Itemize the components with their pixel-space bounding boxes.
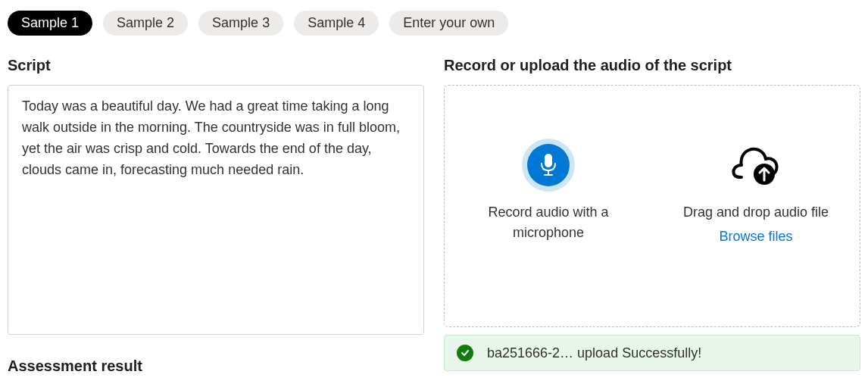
tab-sample-3[interactable]: Sample 3 <box>198 11 283 36</box>
assessment-heading: Assessment result <box>8 357 424 375</box>
tab-enter-own[interactable]: Enter your own <box>389 11 508 36</box>
script-heading: Script <box>8 57 424 74</box>
main-columns: Script Assessment result Record or uploa… <box>8 57 860 384</box>
sample-tabs: Sample 1 Sample 2 Sample 3 Sample 4 Ente… <box>8 11 860 36</box>
check-icon <box>457 345 473 361</box>
upload-column: Record or upload the audio of the script… <box>444 57 860 384</box>
script-column: Script Assessment result <box>8 57 424 384</box>
tab-sample-4[interactable]: Sample 4 <box>294 11 379 36</box>
cloud-upload-icon <box>729 139 782 192</box>
tab-sample-2[interactable]: Sample 2 <box>103 11 188 36</box>
tab-sample-1[interactable]: Sample 1 <box>8 11 92 36</box>
microphone-icon <box>522 139 575 192</box>
script-textarea[interactable] <box>8 85 424 335</box>
svg-rect-0 <box>545 154 552 167</box>
upload-status-bar: ba251666-2… upload Successfully! <box>444 335 860 371</box>
drop-file-label: Drag and drop audio file <box>683 202 829 223</box>
upload-dropzone[interactable]: Record audio with a microphone Drag and … <box>444 85 860 327</box>
record-audio-option[interactable]: Record audio with a microphone <box>461 139 635 243</box>
drop-file-option[interactable]: Drag and drop audio file Browse files <box>669 139 843 245</box>
record-audio-label: Record audio with a microphone <box>461 202 635 243</box>
browse-files-link[interactable]: Browse files <box>719 229 792 245</box>
upload-heading: Record or upload the audio of the script <box>444 57 860 74</box>
upload-status-text: ba251666-2… upload Successfully! <box>487 345 701 361</box>
